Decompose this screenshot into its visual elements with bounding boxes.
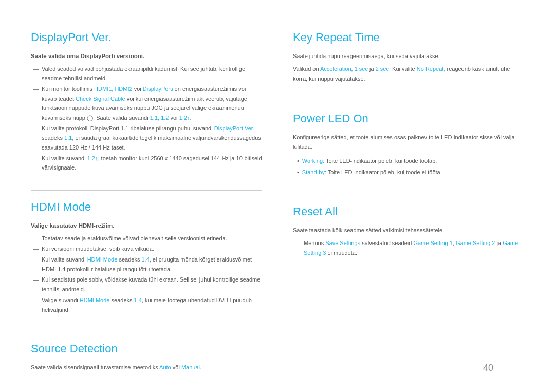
hdmi-mode-body: Toetatav seade ja eraldusvõime võivad ol…: [31, 234, 262, 315]
list-item: Menüüs Save Settings salvestatud seadeid…: [293, 238, 524, 257]
bullet-text: Kui seadistus pole sobiv, võidakse kuvad…: [42, 275, 262, 294]
section-displayport-ver: DisplayPort Ver. Saate valida oma Displa…: [31, 21, 262, 174]
key-repeat-time-body: Saate juhtida nupu reageerimisaega, kui …: [293, 51, 524, 83]
bullet-text: Kui valite protokolli DisplayPort 1.1 ri…: [42, 124, 262, 153]
list-item: Kui valite suvandi HDMI Mode seadeks 1.4…: [31, 255, 262, 274]
list-item: Valed seaded võivad põhjustada ekraanipi…: [31, 64, 262, 83]
list-item: Kui valite protokolli DisplayPort 1.1 ri…: [31, 124, 262, 153]
reset-all-body: Saate taastada kõik seadme sätted vaikim…: [293, 226, 524, 257]
bullet-text: Kui valite suvandi 1.2↑, toetab monitor …: [42, 154, 262, 173]
section-key-repeat-time: Key Repeat Time Saate juhtida nupu reage…: [293, 21, 524, 85]
displayport-ver-subtitle: Saate valida oma DisplayPorti versiooni.: [31, 51, 262, 61]
list-item: Kui seadistus pole sobiv, võidakse kuvad…: [31, 275, 262, 294]
list-item: Valige suvandi HDMI Mode seadeks 1.4, ku…: [31, 295, 262, 314]
bullet-text: Valige suvandi HDMI Mode seadeks 1.4, ku…: [42, 295, 262, 314]
section-reset-all: Reset All Saate taastada kõik seadme sät…: [293, 195, 524, 258]
key-repeat-time-title: Key Repeat Time: [293, 21, 524, 46]
bullet-text: Stand-by: Toite LED-indikaator põleb, ku…: [302, 167, 442, 177]
source-detection-body: Saate valida sisendsignaali tuvastamise …: [31, 363, 262, 372]
list-item: Kui valite suvandi 1.2↑, toetab monitor …: [31, 154, 262, 173]
left-column: DisplayPort Ver. Saate valida oma Displa…: [31, 21, 262, 391]
power-led-on-title: Power LED On: [293, 102, 524, 127]
list-item: Kui versiooni muudetakse, võib kuva vilk…: [31, 244, 262, 254]
list-item: Kui monitor töötlimis HDMI1, HDMI2 või D…: [31, 84, 262, 123]
bullet-text: Toetatav seade ja eraldusvõime võivad ol…: [42, 234, 227, 244]
section-power-led-on: Power LED On Konfigureerige sätted, et t…: [293, 102, 524, 178]
right-column: Key Repeat Time Saate juhtida nupu reage…: [293, 21, 524, 391]
key-repeat-time-text2: Valikud on Acceleration, 1 sec ja 2 sec.…: [293, 64, 524, 83]
power-led-on-text: Konfigureerige sätted, et toote alumises…: [293, 133, 524, 152]
source-detection-title: Source Detection: [31, 332, 262, 358]
key-repeat-time-text1: Saate juhtida nupu reageerimisaega, kui …: [293, 51, 524, 61]
list-item: Working: Toite LED-indikaator põleb, kui…: [293, 156, 524, 166]
hdmi-mode-subtitle: Valige kasutatav HDMI-režiim.: [31, 221, 262, 230]
section-hdmi-mode: HDMI Mode Valige kasutatav HDMI-režiim. …: [31, 190, 262, 315]
reset-all-text1: Saate taastada kõik seadme sätted vaikim…: [293, 226, 524, 235]
source-detection-text: Saate valida sisendsignaali tuvastamise …: [31, 363, 262, 372]
bullet-text: Kui valite suvandi HDMI Mode seadeks 1.4…: [42, 255, 262, 274]
hdmi-mode-title: HDMI Mode: [31, 190, 262, 216]
displayport-ver-body: Valed seaded võivad põhjustada ekraanipi…: [31, 64, 262, 173]
bullet-text: Kui monitor töötlimis HDMI1, HDMI2 või D…: [42, 84, 262, 123]
list-item: Toetatav seade ja eraldusvõime võivad ol…: [31, 234, 262, 244]
bullet-text: Working: Toite LED-indikaator põleb, kui…: [302, 156, 437, 166]
bullet-text: Valed seaded võivad põhjustada ekraanipi…: [42, 64, 262, 83]
power-led-on-body: Konfigureerige sätted, et toote alumises…: [293, 133, 524, 177]
section-source-detection: Source Detection Saate valida sisendsign…: [31, 332, 262, 375]
displayport-ver-title: DisplayPort Ver.: [31, 21, 262, 46]
reset-all-title: Reset All: [293, 195, 524, 220]
page-number: 40: [483, 361, 493, 376]
bullet-text: Kui versiooni muudetakse, võib kuva vilk…: [42, 244, 154, 254]
bullet-text: Menüüs Save Settings salvestatud seadeid…: [304, 238, 524, 257]
list-item: Stand-by: Toite LED-indikaator põleb, ku…: [293, 167, 524, 177]
